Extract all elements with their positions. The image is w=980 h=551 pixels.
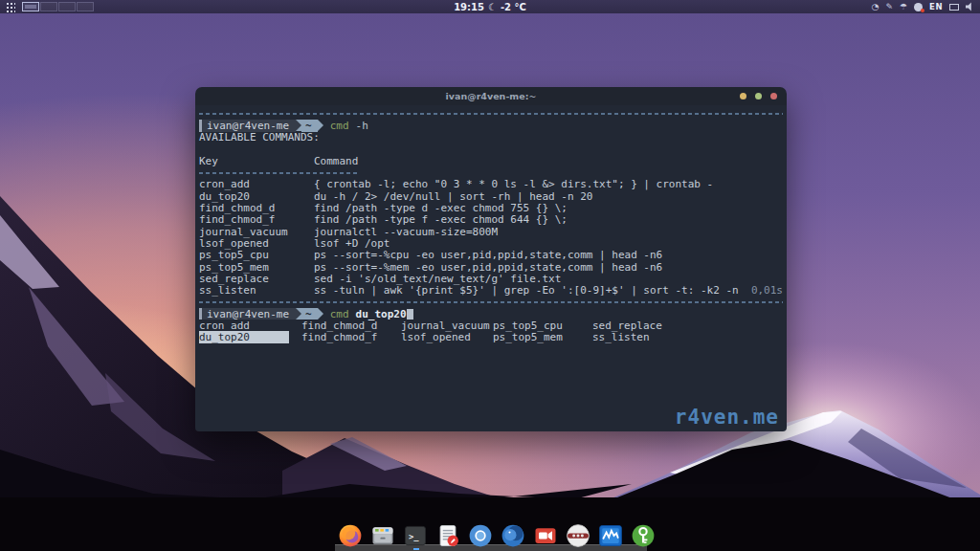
table-row: ps_top5_cpups --sort=-%cpu -eo user,pid,…	[199, 250, 783, 261]
completion-item: cron_add	[199, 320, 301, 332]
row-command: du -h / 2> /dev/null | sort -rh | head -…	[314, 190, 592, 203]
table-row: lsof_openedlsof +D /opt	[199, 237, 783, 249]
row-key: sed_replace	[199, 273, 314, 285]
umbrella-icon[interactable]: ☂	[900, 3, 907, 11]
row-key: ss_listen	[199, 284, 314, 297]
row-command: sed -i 's/old_text/new_text/g' file.txt	[314, 273, 561, 285]
completion-item: ss_listen	[592, 331, 650, 343]
row-command: ps --sort=-%cpu -eo user,pid,ppid,state,…	[314, 249, 662, 261]
completion-row: cron_addfind_chmod_djournal_vacuumps_top…	[199, 320, 783, 331]
window-buttons	[740, 87, 777, 105]
status-circle-icon[interactable]: ◔	[872, 3, 880, 11]
minimize-button[interactable]	[740, 93, 746, 99]
dock: >_	[337, 522, 657, 549]
volume-icon[interactable]	[966, 2, 975, 11]
table-row: sed_replacesed -i 's/old_text/new_text/g…	[199, 273, 783, 284]
typed-argument: du_top20	[356, 308, 407, 320]
system-tray: ◔ ✎ ☂ EN	[872, 2, 975, 11]
prompt-line-1: ivan@r4ven-me~cmd-h	[199, 120, 783, 131]
command-args: -h	[356, 120, 368, 132]
keyboard-layout-indicator[interactable]: EN	[929, 2, 943, 11]
completion-item: lsof_opened	[401, 331, 493, 343]
media-app-icon[interactable]	[565, 522, 591, 549]
completion-item: find_chmod_d	[301, 320, 401, 332]
running-indicator	[413, 548, 419, 550]
command-name: cmd	[330, 308, 349, 320]
output-heading: AVAILABLE COMMANDS:	[199, 132, 783, 143]
clock-time: 19:15	[454, 2, 484, 12]
terminal-window[interactable]: ivan@r4ven-me:~ ivan@r4ven-me~cmd-h AVAI…	[195, 87, 787, 431]
workspace-4[interactable]	[77, 2, 94, 11]
prompt-path: ~	[301, 120, 318, 131]
blank-line	[199, 143, 783, 155]
system-monitor-icon[interactable]	[597, 522, 624, 549]
clock-widget[interactable]: 19:15 ☾ -2 °C	[454, 2, 526, 12]
prompt-user-host: ivan@r4ven-me	[199, 120, 296, 131]
completion-item: ps_top5_cpu	[493, 320, 592, 332]
firefox-icon[interactable]	[337, 522, 364, 549]
close-button[interactable]	[770, 93, 777, 99]
prompt-path: ~	[301, 308, 318, 320]
text-editor-icon[interactable]	[434, 522, 461, 549]
window-title: ivan@r4ven-me:~	[446, 91, 537, 101]
display-icon[interactable]	[949, 4, 959, 11]
command-timing: 0,01s	[751, 284, 783, 297]
separator-line	[199, 108, 783, 120]
keepassxc-icon[interactable]	[630, 522, 657, 549]
row-key: cron_add	[199, 178, 314, 190]
svg-text:>_: >_	[409, 532, 419, 541]
chromium-icon[interactable]	[467, 522, 494, 549]
file-manager-icon[interactable]	[369, 522, 396, 549]
workspace-2[interactable]	[40, 2, 57, 11]
completion-item: journal_vacuum	[401, 320, 493, 332]
completion-item: sed_replace	[592, 320, 662, 332]
row-key: lsof_opened	[199, 237, 314, 250]
window-titlebar[interactable]: ivan@r4ven-me:~	[195, 87, 787, 105]
table-row: du_top20du -h / 2> /dev/null | sort -rh …	[199, 190, 783, 202]
row-command: { crontab -l; echo "0 3 * * 0 ls -l &> d…	[314, 178, 713, 190]
terminal-content[interactable]: ivan@r4ven-me~cmd-h AVAILABLE COMMANDS: …	[195, 105, 787, 431]
col-header-key: Key	[199, 155, 314, 167]
thunderbird-icon[interactable]	[500, 522, 526, 549]
row-key: ps_top5_mem	[199, 261, 314, 274]
header-separator	[199, 166, 783, 178]
row-command: find /path -type f -exec chmod 644 {} \;	[314, 213, 568, 226]
command-name: cmd	[330, 120, 349, 132]
completion-item: find_chmod_f	[301, 331, 401, 343]
prompt-user-host: ivan@r4ven-me	[199, 308, 296, 320]
separator-line	[199, 297, 783, 308]
moon-icon: ☾	[488, 2, 497, 12]
applications-menu-icon[interactable]	[5, 1, 15, 12]
table-row: ps_top5_memps --sort=-%mem -eo user,pid,…	[199, 261, 783, 273]
row-command: journalctl --vacuum-size=800M	[314, 226, 498, 238]
text-cursor	[407, 309, 413, 320]
screen-recorder-icon[interactable]	[532, 522, 559, 549]
row-command: ps --sort=-%mem -eo user,pid,ppid,state,…	[314, 261, 662, 274]
col-header-command: Command	[314, 155, 358, 167]
completion-row: du_top20find_chmod_flsof_openedps_top5_m…	[199, 332, 783, 343]
temperature: -2 °C	[501, 2, 526, 12]
panel-left	[5, 1, 94, 12]
powerline-arrow-icon	[318, 308, 323, 320]
terminal-icon[interactable]: >_	[402, 522, 429, 549]
row-command: find /path -type d -exec chmod 755 {} \;	[314, 202, 568, 214]
powerline-arrow-icon	[318, 120, 323, 131]
workspace-3[interactable]	[58, 2, 76, 11]
row-key: find_chmod_d	[199, 202, 314, 214]
row-key: journal_vacuum	[199, 226, 314, 238]
row-key: du_top20	[199, 190, 314, 203]
table-row: cron_add{ crontab -l; echo "0 3 * * 0 ls…	[199, 179, 783, 190]
table-row: journal_vacuumjournalctl --vacuum-size=8…	[199, 226, 783, 237]
row-command: ss -tuln | awk '{print $5}' | grep -Eo '…	[314, 284, 739, 297]
maximize-button[interactable]	[755, 93, 762, 99]
row-key: find_chmod_f	[199, 213, 314, 226]
pencil-icon[interactable]: ✎	[885, 3, 893, 11]
table-row: find_chmod_dfind /path -type d -exec chm…	[199, 202, 783, 213]
workspace-switcher	[22, 2, 94, 11]
row-key: ps_top5_cpu	[199, 249, 314, 261]
workspace-1[interactable]	[22, 2, 39, 11]
row-command: lsof +D /opt	[314, 237, 390, 250]
table-header: KeyCommand	[199, 155, 783, 166]
table-row: find_chmod_ffind /path -type f -exec chm…	[199, 214, 783, 226]
security-badge-icon[interactable]	[914, 3, 923, 11]
